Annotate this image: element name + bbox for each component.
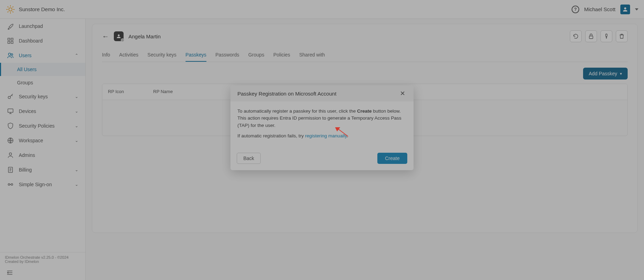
modal-overlay[interactable] bbox=[0, 0, 644, 280]
